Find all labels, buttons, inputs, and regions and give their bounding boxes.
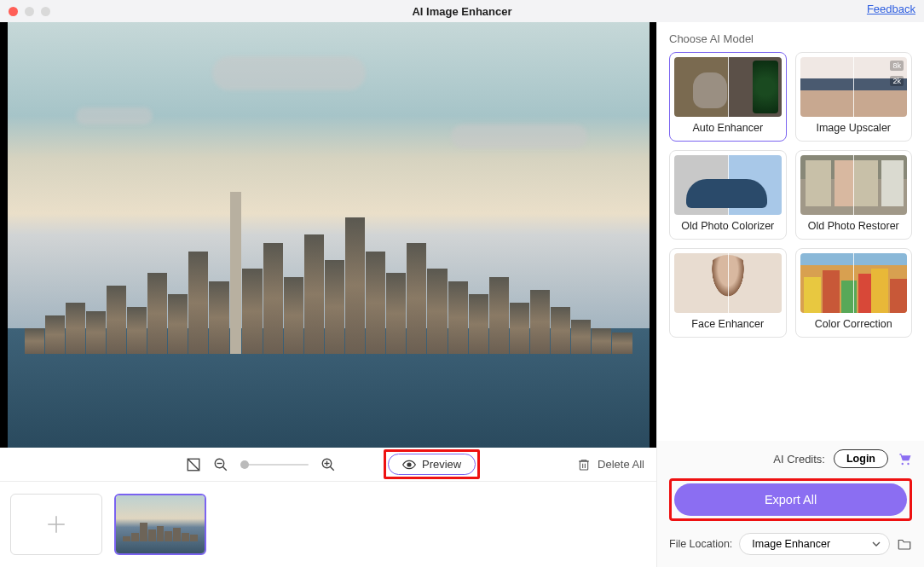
- model-label: Image Upscaler: [800, 122, 908, 134]
- fit-screen-icon[interactable]: [186, 457, 201, 472]
- feedback-link[interactable]: Feedback: [867, 3, 915, 15]
- model-thumb: [800, 155, 908, 215]
- model-color-correction[interactable]: Color Correction: [795, 248, 913, 338]
- model-thumb: [674, 57, 782, 117]
- svg-point-14: [902, 463, 904, 465]
- model-face-enhancer[interactable]: Face Enhancer: [669, 248, 787, 338]
- model-label: Color Correction: [800, 318, 908, 330]
- zoom-out-icon[interactable]: [213, 457, 228, 472]
- model-label: Old Photo Restorer: [800, 220, 908, 232]
- eye-icon: [402, 460, 416, 470]
- svg-line-3: [222, 466, 227, 471]
- preview-highlight: Preview: [384, 449, 480, 479]
- plus-icon: [45, 513, 67, 535]
- zoom-slider[interactable]: [240, 464, 309, 466]
- right-panel: Choose AI Model Auto Enhancer 8k 2k Imag…: [656, 22, 924, 567]
- upscale-badge-2k: 2k: [890, 76, 904, 86]
- svg-line-7: [330, 466, 334, 471]
- model-thumb: 8k 2k: [800, 57, 908, 117]
- svg-point-15: [907, 463, 909, 465]
- preview-button[interactable]: Preview: [388, 454, 476, 475]
- chevron-down-icon: [872, 540, 881, 548]
- left-panel: Preview Delete All: [0, 22, 656, 567]
- file-location-label: File Location:: [669, 538, 732, 550]
- app-title: AI Image Enhancer: [0, 5, 924, 18]
- model-old-photo-colorizer[interactable]: Old Photo Colorizer: [669, 150, 787, 240]
- thumbnail-selected[interactable]: [114, 494, 206, 555]
- delete-all-label: Delete All: [598, 458, 644, 471]
- open-folder-icon[interactable]: [897, 537, 912, 551]
- model-label: Old Photo Colorizer: [674, 220, 782, 232]
- window-controls: [9, 7, 50, 16]
- upscale-badge-8k: 8k: [890, 61, 904, 71]
- model-label: Face Enhancer: [674, 318, 782, 330]
- maximize-window-icon[interactable]: [41, 7, 50, 16]
- model-image-upscaler[interactable]: 8k 2k Image Upscaler: [795, 52, 913, 142]
- export-footer: AI Credits: Login Export All File Locati…: [657, 441, 924, 567]
- model-label: Auto Enhancer: [674, 122, 782, 134]
- export-all-button[interactable]: Export All: [674, 483, 907, 516]
- svg-point-8: [407, 463, 411, 466]
- minimize-window-icon[interactable]: [25, 7, 34, 16]
- add-image-button[interactable]: [10, 494, 102, 555]
- trash-icon: [577, 458, 591, 472]
- delete-all-button[interactable]: Delete All: [577, 458, 644, 472]
- export-highlight: Export All: [669, 478, 912, 521]
- cart-icon[interactable]: [897, 451, 912, 466]
- zoom-in-icon[interactable]: [321, 457, 336, 472]
- model-old-photo-restorer[interactable]: Old Photo Restorer: [795, 150, 913, 240]
- model-thumb: [674, 253, 782, 313]
- thumbnail-strip: [0, 482, 656, 567]
- ai-credits-label: AI Credits:: [773, 453, 825, 466]
- titlebar: AI Image Enhancer Feedback: [0, 0, 924, 22]
- preview-label: Preview: [422, 458, 461, 471]
- image-toolbar: Preview Delete All: [0, 448, 656, 482]
- close-window-icon[interactable]: [9, 7, 18, 16]
- model-thumb: [800, 253, 908, 313]
- login-button[interactable]: Login: [834, 449, 888, 468]
- svg-rect-9: [580, 461, 587, 470]
- choose-model-label: Choose AI Model: [669, 32, 912, 45]
- file-location-value: Image Enhancer: [752, 538, 830, 550]
- image-stage: [0, 22, 656, 448]
- model-thumb: [674, 155, 782, 215]
- model-grid: Auto Enhancer 8k 2k Image Upscaler Old P…: [669, 52, 912, 338]
- model-auto-enhancer[interactable]: Auto Enhancer: [669, 52, 787, 142]
- file-location-select[interactable]: Image Enhancer: [739, 533, 890, 555]
- preview-image[interactable]: [8, 22, 650, 448]
